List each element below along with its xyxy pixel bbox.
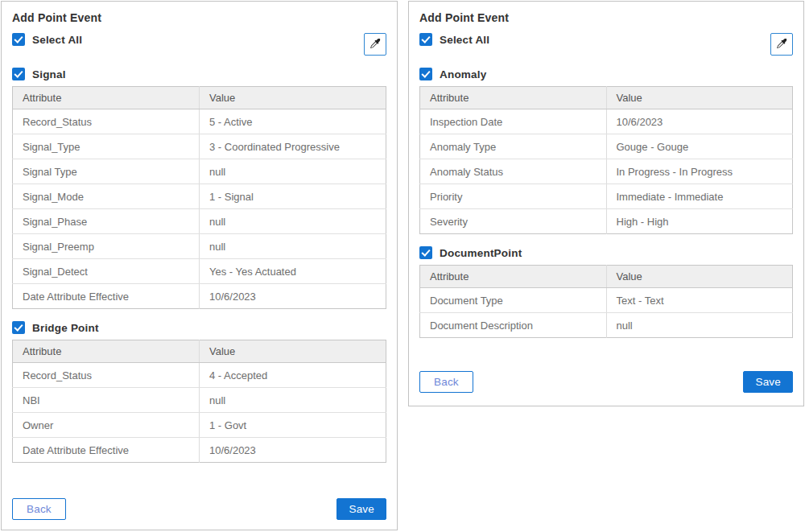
table-row: Anomaly TypeGouge - Gouge bbox=[420, 134, 793, 159]
document-point-attribute-table: Attribute Value Document TypeText - Text… bbox=[419, 265, 793, 338]
bridge-point-checkbox[interactable] bbox=[12, 321, 25, 334]
table-cell: Signal_Type bbox=[13, 134, 200, 159]
attribute-column-header: Attribute bbox=[13, 87, 200, 109]
select-all-label: Select All bbox=[32, 34, 82, 46]
table-cell: 4 - Accepted bbox=[200, 363, 386, 388]
select-all-option: Select All bbox=[12, 33, 82, 46]
value-column-header: Value bbox=[606, 266, 793, 288]
table-cell: null bbox=[200, 388, 386, 413]
save-button[interactable]: Save bbox=[743, 371, 793, 393]
anomaly-label: Anomaly bbox=[440, 68, 486, 80]
table-cell: Inspection Date bbox=[420, 109, 607, 134]
layer-group-bridge-point: Bridge Point Attribute Value Record_Stat… bbox=[12, 321, 386, 463]
table-row: SeverityHigh - High bbox=[420, 209, 793, 234]
layer-group-anomaly: Anomaly Attribute Value Inspection Date1… bbox=[419, 68, 793, 234]
table-cell: Anomaly Status bbox=[420, 159, 607, 184]
eyedropper-icon bbox=[776, 39, 788, 51]
table-cell: NBI bbox=[13, 388, 200, 413]
table-row: Signal_Type3 - Coordinated Progressive bbox=[13, 134, 386, 159]
select-all-checkbox[interactable] bbox=[419, 33, 432, 46]
eyedropper-button[interactable] bbox=[770, 33, 793, 56]
table-cell: null bbox=[200, 159, 386, 184]
layer-option-document-point: DocumentPoint bbox=[419, 246, 793, 259]
table-cell: 10/6/2023 bbox=[606, 109, 793, 134]
table-row: Signal_DetectYes - Yes Actuated bbox=[13, 259, 386, 284]
bridge-point-attribute-table: Attribute Value Record_Status4 - Accepte… bbox=[12, 340, 386, 463]
table-row: Document TypeText - Text bbox=[420, 288, 793, 313]
table-cell: Signal_Detect bbox=[13, 259, 200, 284]
table-header-row: Attribute Value bbox=[420, 266, 793, 288]
anomaly-checkbox[interactable] bbox=[419, 68, 432, 80]
table-cell: Gouge - Gouge bbox=[606, 134, 793, 159]
table-cell: Priority bbox=[420, 184, 607, 209]
table-cell: Signal_Mode bbox=[13, 184, 200, 209]
document-point-checkbox[interactable] bbox=[419, 246, 432, 259]
attribute-column-header: Attribute bbox=[420, 266, 607, 288]
table-cell: 3 - Coordinated Progressive bbox=[200, 134, 386, 159]
table-header-row: Attribute Value bbox=[13, 87, 386, 109]
table-row: Inspection Date10/6/2023 bbox=[420, 109, 793, 134]
table-cell: High - High bbox=[606, 209, 793, 234]
table-cell: Text - Text bbox=[606, 288, 793, 313]
eyedropper-icon bbox=[369, 39, 382, 51]
save-button[interactable]: Save bbox=[336, 498, 386, 520]
signal-checkbox[interactable] bbox=[12, 68, 25, 80]
table-cell: Signal Type bbox=[13, 159, 200, 184]
table-cell: 5 - Active bbox=[200, 109, 386, 134]
add-point-event-panel-right: Add Point Event Select All Anomaly bbox=[408, 1, 804, 406]
table-cell: Document Type bbox=[420, 288, 607, 313]
table-cell: 10/6/2023 bbox=[200, 284, 386, 309]
layer-group-document-point: DocumentPoint Attribute Value Document T… bbox=[419, 246, 793, 338]
page-title: Add Point Event bbox=[12, 2, 386, 24]
signal-label: Signal bbox=[32, 68, 66, 80]
table-cell: Signal_Preemp bbox=[13, 234, 200, 259]
eyedropper-button[interactable] bbox=[364, 33, 386, 56]
table-cell: 1 - Govt bbox=[200, 413, 386, 438]
table-row: Signal Typenull bbox=[13, 159, 386, 184]
table-row: Owner1 - Govt bbox=[13, 413, 386, 438]
select-all-option: Select All bbox=[419, 33, 489, 46]
value-column-header: Value bbox=[200, 87, 386, 109]
select-all-checkbox[interactable] bbox=[12, 33, 25, 46]
page-title: Add Point Event bbox=[419, 2, 793, 24]
table-cell: Yes - Yes Actuated bbox=[200, 259, 386, 284]
table-cell: null bbox=[200, 209, 386, 234]
bridge-point-label: Bridge Point bbox=[32, 322, 99, 334]
table-cell: 10/6/2023 bbox=[200, 438, 386, 463]
table-row: Signal_Mode1 - Signal bbox=[13, 184, 386, 209]
table-cell: Signal_Phase bbox=[13, 209, 200, 234]
panel-footer: Back Save bbox=[419, 371, 793, 393]
table-cell: null bbox=[200, 234, 386, 259]
layer-option-signal: Signal bbox=[12, 68, 386, 80]
table-row: Record_Status4 - Accepted bbox=[13, 363, 386, 388]
attribute-column-header: Attribute bbox=[420, 87, 607, 109]
table-cell: Anomaly Type bbox=[420, 134, 607, 159]
table-cell: Date Attribute Effective bbox=[13, 284, 200, 309]
table-cell: Record_Status bbox=[13, 109, 200, 134]
select-all-row: Select All bbox=[419, 33, 793, 56]
table-row: Document Descriptionnull bbox=[420, 313, 793, 338]
value-column-header: Value bbox=[606, 87, 793, 109]
attribute-column-header: Attribute bbox=[13, 340, 200, 363]
value-column-header: Value bbox=[200, 340, 386, 363]
layer-option-bridge-point: Bridge Point bbox=[12, 321, 386, 334]
anomaly-attribute-table: Attribute Value Inspection Date10/6/2023… bbox=[419, 86, 793, 234]
table-header-row: Attribute Value bbox=[13, 340, 386, 363]
select-all-label: Select All bbox=[440, 34, 489, 46]
table-row: PriorityImmediate - Immediate bbox=[420, 184, 793, 209]
document-point-label: DocumentPoint bbox=[440, 247, 522, 259]
add-point-event-panel-left: Add Point Event Select All Signal bbox=[1, 1, 398, 530]
back-button[interactable]: Back bbox=[12, 498, 66, 520]
table-row: NBInull bbox=[13, 388, 386, 413]
table-row: Date Attribute Effective10/6/2023 bbox=[13, 284, 386, 309]
panel-footer: Back Save bbox=[12, 498, 386, 520]
table-cell: Date Attribute Effective bbox=[13, 438, 200, 463]
table-cell: Severity bbox=[420, 209, 607, 234]
table-cell: Record_Status bbox=[13, 363, 200, 388]
table-cell: Immediate - Immediate bbox=[606, 184, 793, 209]
select-all-row: Select All bbox=[12, 33, 386, 56]
back-button[interactable]: Back bbox=[419, 371, 473, 393]
table-cell: In Progress - In Progress bbox=[606, 159, 793, 184]
table-row: Signal_Preempnull bbox=[13, 234, 386, 259]
table-header-row: Attribute Value bbox=[420, 87, 793, 109]
